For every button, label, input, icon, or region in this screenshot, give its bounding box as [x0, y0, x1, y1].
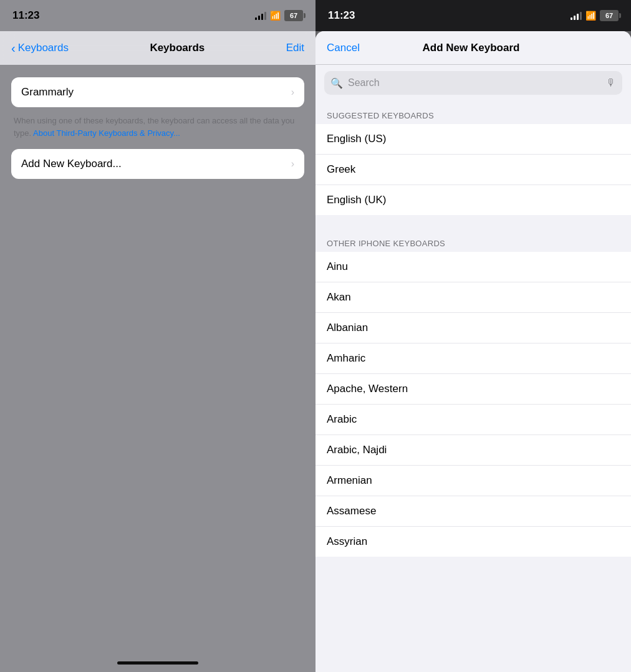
- keyboard-item-greek[interactable]: Greek: [316, 155, 631, 185]
- add-keyboard-label: Add New Keyboard...: [21, 158, 122, 170]
- keyboard-item-assyrian[interactable]: Assyrian: [316, 527, 631, 557]
- keyboard-item-albanian[interactable]: Albanian: [316, 313, 631, 343]
- home-indicator: [117, 661, 198, 665]
- right-battery-icon: 67: [600, 10, 619, 21]
- keyboard-item-arabic[interactable]: Arabic: [316, 405, 631, 435]
- right-signal-icon: [571, 11, 582, 20]
- suggested-keyboards-list: English (US) Greek English (UK): [316, 124, 631, 215]
- search-input[interactable]: Search: [348, 77, 601, 89]
- battery-icon: 67: [284, 10, 303, 21]
- back-label: Keyboards: [18, 42, 69, 54]
- back-button[interactable]: ‹ Keyboards: [11, 42, 69, 54]
- left-nav-bar: ‹ Keyboards Keyboards Edit: [0, 31, 316, 65]
- other-keyboards-list: Ainu Akan Albanian Amharic Apache, Weste…: [316, 252, 631, 557]
- grammarly-item[interactable]: Grammarly ›: [11, 77, 304, 107]
- right-time: 11:23: [328, 9, 355, 22]
- mic-icon[interactable]: 🎙: [606, 77, 616, 89]
- suggested-section-header: SUGGESTED KEYBOARDS: [316, 101, 631, 124]
- chevron-left-icon: ‹: [11, 42, 16, 54]
- modal-nav: Cancel Add New Keyboard: [316, 31, 631, 65]
- search-bar[interactable]: 🔍 Search 🎙: [324, 71, 622, 95]
- info-link[interactable]: About Third-Party Keyboards & Privacy...: [33, 128, 180, 138]
- keyboard-item-ainu[interactable]: Ainu: [316, 252, 631, 282]
- chevron-right-icon: ›: [291, 87, 294, 98]
- keyboard-list-content: SUGGESTED KEYBOARDS English (US) Greek E…: [316, 101, 631, 672]
- page-title: Keyboards: [150, 42, 205, 54]
- left-time: 11:23: [12, 9, 39, 22]
- modal-title: Add New Keyboard: [423, 42, 520, 54]
- left-panel: 11:23 📶 67 ‹ Keyboards Keyboards Edit Gr…: [0, 0, 316, 672]
- keyboard-item-akan[interactable]: Akan: [316, 282, 631, 313]
- keyboard-item-apache-western[interactable]: Apache, Western: [316, 374, 631, 405]
- add-keyboard-section: Add New Keyboard... ›: [11, 149, 304, 179]
- info-text: When using one of these keyboards, the k…: [14, 115, 302, 139]
- keyboard-item-amharic[interactable]: Amharic: [316, 343, 631, 374]
- installed-keyboards-section: Grammarly ›: [11, 77, 304, 107]
- left-content: Grammarly › When using one of these keyb…: [0, 65, 316, 672]
- keyboard-item-english-uk[interactable]: English (UK): [316, 185, 631, 215]
- right-wifi-icon: 📶: [585, 11, 596, 21]
- keyboard-item-armenian[interactable]: Armenian: [316, 466, 631, 496]
- keyboard-item-arabic-najdi[interactable]: Arabic, Najdi: [316, 435, 631, 466]
- cancel-button[interactable]: Cancel: [327, 42, 360, 54]
- edit-button[interactable]: Edit: [286, 42, 304, 54]
- left-status-icons: 📶 67: [255, 10, 303, 21]
- modal-sheet: Cancel Add New Keyboard 🔍 Search 🎙 SUGGE…: [316, 31, 631, 672]
- section-gap: [316, 215, 631, 229]
- wifi-icon: 📶: [270, 11, 281, 21]
- right-status-bar: 11:23 📶 67: [316, 0, 631, 31]
- keyboard-item-english-us[interactable]: English (US): [316, 124, 631, 155]
- signal-icon: [255, 11, 266, 20]
- search-bar-container: 🔍 Search 🎙: [316, 65, 631, 101]
- search-icon: 🔍: [330, 77, 343, 89]
- left-status-bar: 11:23 📶 67: [0, 0, 316, 31]
- grammarly-label: Grammarly: [21, 86, 74, 98]
- right-status-icons: 📶 67: [571, 10, 619, 21]
- right-panel: 11:23 📶 67 Cancel Add New Keyboard 🔍: [316, 0, 631, 672]
- keyboard-item-assamese[interactable]: Assamese: [316, 496, 631, 527]
- chevron-right-icon: ›: [291, 158, 294, 170]
- add-keyboard-button[interactable]: Add New Keyboard... ›: [11, 149, 304, 179]
- other-section-header: OTHER IPHONE KEYBOARDS: [316, 229, 631, 252]
